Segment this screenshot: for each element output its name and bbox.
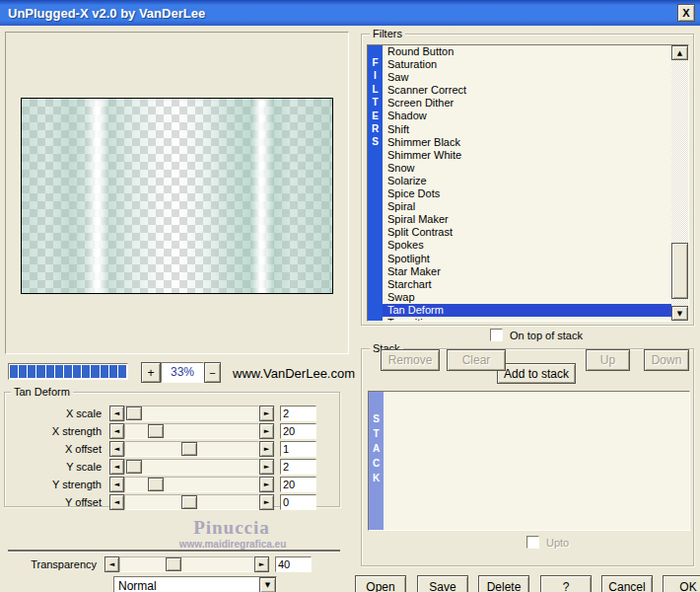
filter-list-item[interactable]: Star Maker — [383, 265, 671, 278]
scroll-down-button[interactable]: ▼ — [671, 306, 688, 321]
slider-track[interactable] — [124, 423, 259, 439]
slider-left-arrow[interactable]: ◄ — [109, 441, 124, 457]
right-arrow-icon: ► — [264, 428, 269, 435]
slider-right-arrow[interactable]: ► — [259, 423, 274, 439]
slider-right-arrow[interactable]: ► — [259, 459, 274, 475]
filter-list-item[interactable]: Spiral — [383, 200, 671, 213]
slider-thumb[interactable] — [181, 495, 197, 509]
filter-list-item[interactable]: Screen Dither — [383, 97, 671, 110]
arrow-up-icon: ▲ — [677, 49, 682, 57]
slider-row: X scale ◄ ► — [5, 405, 339, 422]
filter-list-item[interactable]: Shadow — [383, 110, 671, 122]
vendor-url: www.VanDerLee.com — [233, 366, 355, 381]
slider-value-input[interactable] — [280, 406, 316, 421]
separator-line — [8, 550, 340, 553]
slider-left-arrow[interactable]: ◄ — [109, 423, 124, 439]
transparency-thumb[interactable] — [166, 557, 181, 571]
filter-list-item[interactable]: Solarize — [383, 175, 671, 187]
filter-list-item[interactable]: Snow — [383, 162, 671, 175]
slider-track[interactable] — [124, 477, 259, 492]
on-top-of-stack-row: On top of stack — [490, 329, 583, 341]
filter-list-item[interactable]: Spokes — [383, 239, 671, 252]
filter-list-item[interactable]: Spotlight — [383, 253, 671, 265]
filter-listbox: F I L T E R S Round ButtonSaturationSawS… — [367, 44, 689, 322]
help-button[interactable]: ? — [540, 575, 592, 592]
slider-value-input[interactable] — [280, 494, 316, 510]
filter-list-item[interactable]: Spice Dots — [383, 187, 671, 200]
up-button[interactable]: Up — [586, 349, 630, 371]
filters-group: Filters F I L T E R S Round ButtonSatura… — [361, 34, 694, 326]
scrollbar-thumb[interactable] — [671, 243, 688, 299]
save-button[interactable]: Save — [417, 575, 468, 592]
upto-checkbox[interactable] — [526, 536, 539, 549]
slider-left-arrow[interactable]: ◄ — [109, 477, 124, 492]
scroll-up-button[interactable]: ▲ — [671, 45, 688, 60]
blend-mode-dropdown[interactable]: Normal ▼ — [113, 576, 277, 592]
slider-thumb[interactable] — [126, 460, 142, 474]
close-button[interactable]: X — [677, 4, 695, 22]
progress-segment — [109, 365, 117, 378]
on-top-of-stack-checkbox[interactable] — [490, 329, 503, 341]
filter-list-item[interactable]: Saw — [383, 71, 671, 84]
slider-track[interactable] — [124, 441, 259, 457]
slider-right-arrow[interactable]: ► — [259, 406, 274, 421]
filter-list-item[interactable]: Saturation — [383, 58, 671, 71]
filter-list-item[interactable]: Shimmer White — [383, 149, 671, 162]
filter-list-item[interactable]: Tan Deform — [383, 304, 671, 317]
slider-value-input[interactable] — [280, 459, 316, 475]
filter-list-item[interactable]: Split Contrast — [383, 226, 671, 239]
remove-button[interactable]: Remove — [381, 349, 440, 371]
slider-right-arrow[interactable]: ► — [259, 477, 274, 492]
slider-track[interactable] — [124, 494, 259, 510]
blend-mode-value: Normal — [114, 577, 259, 592]
filter-list-item[interactable]: Transition — [383, 317, 671, 321]
transparency-value-input[interactable] — [275, 556, 312, 572]
slider-track[interactable] — [124, 459, 259, 475]
slider-thumb[interactable] — [148, 478, 164, 491]
slider-left-arrow[interactable]: ◄ — [109, 494, 124, 510]
filter-list-item[interactable]: Shift — [383, 123, 671, 136]
slider-right-arrow[interactable]: ► — [259, 441, 274, 457]
close-icon: X — [682, 8, 689, 19]
filter-scrollbar[interactable]: ▲ ▼ — [671, 45, 688, 321]
open-button[interactable]: Open — [355, 575, 406, 592]
title-bar[interactable]: UnPlugged-X v2.0 by VanDerLee X — [0, 0, 700, 26]
watermark-name: Pinuccia — [158, 517, 306, 539]
slider-value-input[interactable] — [280, 477, 316, 492]
slider-thumb[interactable] — [181, 442, 197, 456]
filter-list-item[interactable]: Spiral Maker — [383, 213, 671, 226]
filter-list-item[interactable]: Starchart — [383, 278, 671, 291]
filter-list-item[interactable]: Shimmer Black — [383, 136, 671, 149]
slider-left-arrow[interactable]: ◄ — [109, 406, 124, 421]
right-arrow-icon: ► — [264, 481, 269, 488]
slider-thumb[interactable] — [126, 407, 142, 420]
transparency-right-arrow[interactable]: ► — [254, 556, 269, 572]
stack-list[interactable] — [384, 392, 689, 530]
transparency-left-arrow[interactable]: ◄ — [105, 556, 119, 572]
add-to-stack-button[interactable]: Add to stack — [497, 363, 576, 384]
filter-list-item[interactable]: Scanner Correct — [383, 84, 671, 97]
slider-thumb[interactable] — [148, 424, 164, 438]
slider-left-arrow[interactable]: ◄ — [109, 459, 124, 475]
scrollbar-track[interactable] — [671, 60, 688, 306]
slider-label: Y offset — [5, 496, 109, 508]
zoom-in-button[interactable]: + — [141, 362, 161, 383]
slider-right-arrow[interactable]: ► — [259, 494, 274, 510]
down-button[interactable]: Down — [644, 349, 689, 371]
clear-button[interactable]: Clear — [447, 349, 506, 371]
left-arrow-icon: ◄ — [114, 446, 119, 453]
slider-value-input[interactable] — [280, 423, 316, 439]
slider-label: Y scale — [5, 461, 109, 473]
slider-label: Y strength — [5, 479, 109, 490]
ok-button[interactable]: OK — [663, 575, 700, 592]
delete-button[interactable]: Delete — [478, 575, 529, 592]
dropdown-button[interactable]: ▼ — [259, 577, 276, 592]
slider-track[interactable] — [124, 406, 259, 421]
cancel-button[interactable]: Cancel — [601, 575, 653, 592]
slider-value-input[interactable] — [280, 441, 316, 457]
preview-image[interactable] — [21, 98, 333, 294]
zoom-out-button[interactable]: − — [204, 362, 221, 383]
filter-list-item[interactable]: Swap — [383, 291, 671, 304]
filter-list-item[interactable]: Round Button — [383, 45, 671, 58]
transparency-track[interactable] — [119, 556, 254, 572]
